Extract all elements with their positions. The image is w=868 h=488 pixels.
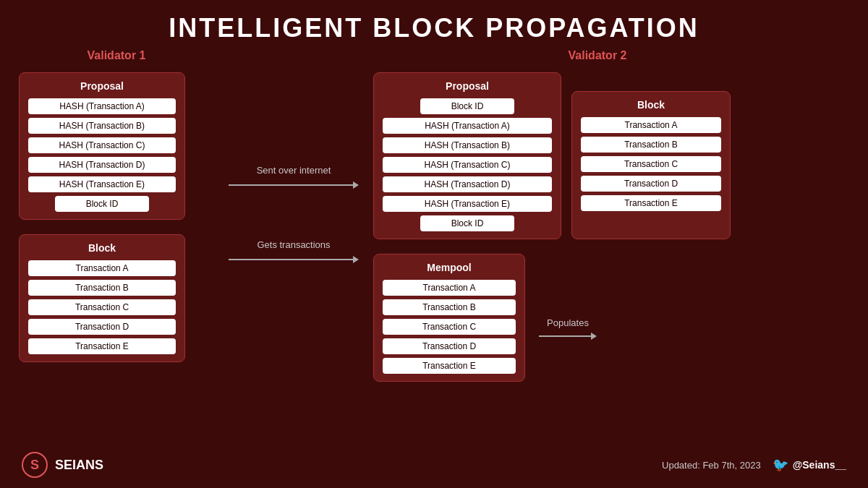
validator1-block-title: Block	[88, 242, 116, 254]
brand-name: SEIANS	[55, 458, 103, 473]
list-item: HASH (Transaction A)	[383, 118, 552, 134]
list-item: Transaction B	[383, 299, 516, 315]
validator1-label: Validator 1	[19, 49, 214, 62]
list-item: Block ID	[55, 196, 149, 212]
footer: S SEIANS Updated: Feb 7th, 2023 🐦 @Seian…	[0, 452, 868, 478]
validator2-proposal-title: Proposal	[446, 80, 489, 92]
list-item: HASH (Transaction A)	[28, 98, 176, 114]
list-item: HASH (Transaction D)	[383, 176, 552, 192]
populates-arrow-area: Populates	[535, 254, 600, 382]
twitter-icon: 🐦	[773, 457, 788, 473]
list-item: Transaction A	[28, 260, 176, 276]
validator2-label: Validator 2	[373, 49, 822, 62]
page-title: INTELLIGENT BLOCK PROPAGATION	[0, 0, 868, 43]
validator2-top-row: Proposal Block ID HASH (Transaction A) H…	[373, 72, 822, 239]
populates-label: Populates	[547, 317, 589, 328]
list-item: Transaction D	[28, 319, 176, 335]
validator2-block-title: Block	[637, 99, 665, 111]
list-item: Transaction C	[28, 299, 176, 315]
twitter-handle: 🐦 @Seians__	[773, 457, 846, 473]
validator2-section: Validator 2 Proposal Block ID HASH (Tran…	[373, 49, 822, 382]
list-item: Block ID	[420, 215, 514, 231]
list-item: Transaction E	[28, 338, 176, 354]
list-item: Transaction C	[383, 319, 516, 335]
diagram-layout: Validator 1 Proposal HASH (Transaction A…	[0, 49, 868, 382]
footer-right: Updated: Feb 7th, 2023 🐦 @Seians__	[662, 457, 846, 473]
updated-text: Updated: Feb 7th, 2023	[662, 460, 761, 471]
list-item: HASH (Transaction C)	[28, 137, 176, 153]
list-item: HASH (Transaction B)	[383, 137, 552, 153]
brand-logo: S	[22, 452, 48, 478]
sent-over-internet-label: Sent over internet	[257, 165, 331, 176]
list-item: Transaction E	[383, 358, 516, 374]
list-item: Transaction C	[581, 156, 721, 172]
logo-text: S	[30, 458, 39, 473]
validator2-block-box: Block Transaction A Transaction B Transa…	[571, 91, 731, 239]
list-item: HASH (Transaction C)	[383, 157, 552, 173]
list-item: Transaction A	[383, 280, 516, 296]
twitter-username: @Seians__	[793, 459, 846, 471]
middle-arrows: Sent over internet Gets transactions	[214, 49, 373, 263]
list-item: HASH (Transaction B)	[28, 118, 176, 134]
footer-brand: S SEIANS	[22, 452, 103, 478]
mempool-box: Mempool Transaction A Transaction B Tran…	[373, 254, 525, 382]
mempool-title: Mempool	[427, 262, 471, 273]
list-item: Block ID	[420, 98, 514, 114]
list-item: Transaction E	[581, 195, 721, 211]
validator1-block-box: Block Transaction A Transaction B Transa…	[19, 234, 185, 362]
validator2-proposal-box: Proposal Block ID HASH (Transaction A) H…	[373, 72, 561, 239]
list-item: Transaction D	[581, 176, 721, 192]
validator2-bottom-row: Mempool Transaction A Transaction B Tran…	[373, 254, 822, 382]
list-item: Transaction A	[581, 117, 721, 133]
validator1-section: Validator 1 Proposal HASH (Transaction A…	[19, 49, 214, 362]
list-item: HASH (Transaction E)	[383, 196, 552, 212]
gets-transactions-label: Gets transactions	[257, 239, 330, 250]
list-item: HASH (Transaction E)	[28, 176, 176, 192]
validator1-proposal-box: Proposal HASH (Transaction A) HASH (Tran…	[19, 72, 185, 220]
list-item: Transaction D	[383, 338, 516, 354]
list-item: HASH (Transaction D)	[28, 157, 176, 173]
list-item: Transaction B	[28, 280, 176, 296]
validator1-proposal-title: Proposal	[80, 80, 124, 92]
list-item: Transaction B	[581, 137, 721, 153]
